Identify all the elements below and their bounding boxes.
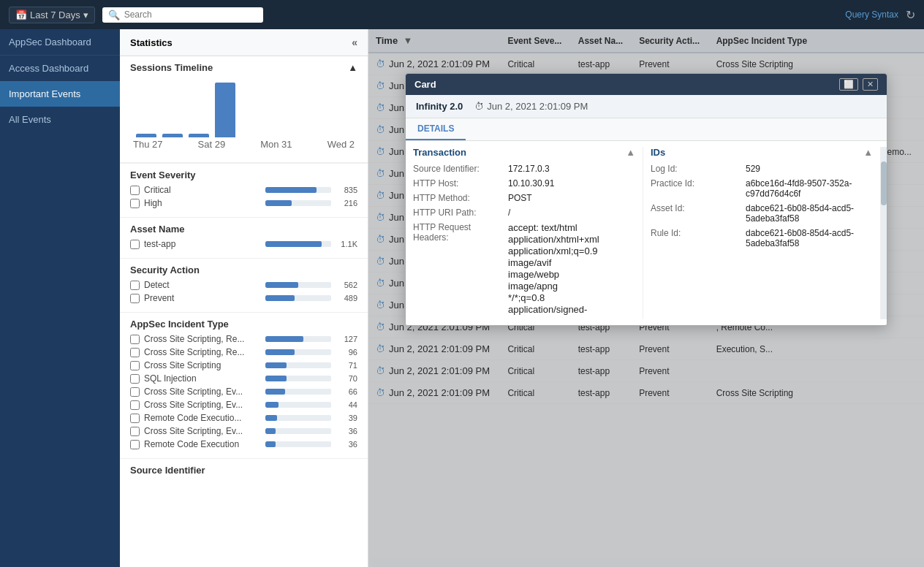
filter-high-checkbox[interactable] <box>130 199 140 208</box>
modal-scrollbar[interactable] <box>881 147 887 319</box>
filter-xss-re2-label: Cross Site Scripting, Re... <box>144 347 261 357</box>
filter-rce2-label: Remote Code Execution <box>144 439 261 449</box>
source-identifier-section: Source Identifier <box>120 458 368 486</box>
ids-collapse-icon[interactable]: ▲ <box>863 147 873 158</box>
stats-title: Statistics <box>130 37 173 48</box>
filter-xss-re1-label: Cross Site Scripting, Re... <box>144 334 261 344</box>
uri-value: / <box>508 208 510 218</box>
filter-xss-re2-checkbox[interactable] <box>130 348 140 357</box>
sidebar-brand: AppSec Dashboard <box>0 29 120 56</box>
method-label: HTTP Method: <box>413 193 508 203</box>
topbar-left: 📅 Last 7 Days ▾ 🔍 <box>9 7 263 23</box>
search-box[interactable]: 🔍 <box>102 7 263 23</box>
filter-high-count: 216 <box>336 199 357 208</box>
modal-title: Card <box>414 79 436 90</box>
filter-rce1-count: 39 <box>336 414 357 422</box>
filter-test-app-checkbox[interactable] <box>130 240 140 249</box>
filter-rce1-checkbox[interactable] <box>130 414 140 423</box>
modal-overlay[interactable]: Card ⬜ ✕ Infinity 2.0 ⏱ Jun 2, 2021 2:01… <box>368 29 924 567</box>
appsec-incident-section: AppSec Incident Type Cross Site Scriptin… <box>120 312 368 458</box>
source-label: Source Identifier: <box>413 164 508 174</box>
sidebar-item-label: Important Events <box>9 88 80 99</box>
date-filter[interactable]: 📅 Last 7 Days ▾ <box>9 7 95 23</box>
sessions-timeline-header[interactable]: Sessions Timeline ▲ <box>120 56 368 79</box>
filter-sqli-checkbox[interactable] <box>130 374 140 384</box>
sidebar-item-access-dashboard[interactable]: Access Dashboard <box>0 56 120 81</box>
filter-xss-ev2-label: Cross Site Scripting, Ev... <box>144 400 261 410</box>
modal-tabs: DETAILS <box>406 118 887 141</box>
practiceid-value: a6bce16d-4fd8-9507-352a-c97dd76d4c6f <box>746 178 873 199</box>
assetid-value: dabce621-6b08-85d4-acd5-5adeba3faf58 <box>746 203 873 224</box>
filter-detect-checkbox[interactable] <box>130 281 140 290</box>
detail-row-assetid: Asset Id: dabce621-6b08-85d4-acd5-5adeba… <box>651 203 873 224</box>
chevron-down-icon: ▾ <box>83 9 88 20</box>
sessions-timeline-content: Thu 27 Sat 29 Mon 31 Wed 2 <box>120 79 368 162</box>
sidebar-item-label: All Events <box>9 114 51 125</box>
event-severity-section: Event Severity Critical 835 High 216 <box>120 163 368 217</box>
search-icon: 🔍 <box>108 9 120 20</box>
filter-xss-ev2-checkbox[interactable] <box>130 400 140 410</box>
filter-rce2-checkbox[interactable] <box>130 440 140 449</box>
filter-row-xss-re2: Cross Site Scripting, Re... 96 <box>130 347 357 357</box>
modal-maximize-button[interactable]: ⬜ <box>839 78 858 91</box>
logid-value: 529 <box>746 164 760 174</box>
filter-xss-re2-count: 96 <box>336 348 357 357</box>
filter-test-app-label: test-app <box>144 239 261 249</box>
modal-titlebar: Card ⬜ ✕ <box>406 74 887 95</box>
modal-two-col: Transaction ▲ Source Identifier: 172.17.… <box>406 141 887 325</box>
card-modal: Card ⬜ ✕ Infinity 2.0 ⏱ Jun 2, 2021 2:01… <box>405 73 887 326</box>
clock-icon: ⏱ <box>474 101 484 112</box>
asset-name-section: Asset Name test-app 1.1K <box>120 217 368 258</box>
query-syntax-link[interactable]: Query Syntax <box>845 9 898 20</box>
modal-header: Infinity 2.0 ⏱ Jun 2, 2021 2:01:09 PM <box>406 95 887 118</box>
filter-xss-ev2-count: 44 <box>336 400 357 409</box>
tab-details[interactable]: DETAILS <box>406 118 466 140</box>
transaction-collapse-icon[interactable]: ▲ <box>626 147 635 158</box>
modal-controls: ⬜ ✕ <box>839 78 878 91</box>
appsec-incident-title: AppSec Incident Type <box>130 319 357 330</box>
modal-product: Infinity 2.0 <box>416 101 463 112</box>
stats-panel: Statistics « Sessions Timeline ▲ <box>120 29 368 567</box>
filter-critical-checkbox[interactable] <box>130 186 140 195</box>
filter-row-xss-ev3: Cross Site Scripting, Ev... 36 <box>130 426 357 436</box>
filter-sqli-label: SQL Injection <box>144 373 261 384</box>
filter-row-test-app: test-app 1.1K <box>130 239 357 249</box>
refresh-button[interactable]: ↻ <box>906 8 915 22</box>
sidebar-item-all-events[interactable]: All Events <box>0 107 120 132</box>
filter-critical-bar-wrap <box>265 187 331 193</box>
filter-critical-label: Critical <box>144 185 261 195</box>
filter-xss-ev3-count: 36 <box>336 427 357 435</box>
chart-bar-thu27 <box>136 134 156 137</box>
filter-detect-count: 562 <box>336 281 357 289</box>
chart-bar-sat29 <box>162 134 183 137</box>
filter-detect-bar-wrap <box>265 282 331 288</box>
sessions-timeline-section: Sessions Timeline ▲ Thu 27 Sat 29 <box>120 56 368 163</box>
collapse-button[interactable]: « <box>352 37 357 48</box>
filter-high-bar-wrap <box>265 200 331 206</box>
filter-critical-bar <box>265 187 317 193</box>
host-value: 10.10.30.91 <box>508 178 554 189</box>
filter-rce2-count: 36 <box>336 440 357 449</box>
asset-name-title: Asset Name <box>130 224 357 235</box>
filter-prevent-checkbox[interactable] <box>130 294 140 303</box>
chart-labels: Thu 27 Sat 29 Mon 31 Wed 2 <box>130 137 357 151</box>
search-input[interactable] <box>124 9 256 20</box>
filter-xss-ev1-checkbox[interactable] <box>130 387 140 397</box>
method-value: POST <box>508 193 532 203</box>
timeline-collapse-icon: ▲ <box>348 62 357 73</box>
filter-xss-checkbox[interactable] <box>130 361 140 370</box>
filter-xss-re1-checkbox[interactable] <box>130 335 140 344</box>
detail-row-logid: Log Id: 529 <box>651 164 873 174</box>
detail-row-method: HTTP Method: POST <box>413 193 635 203</box>
sidebar-item-important-events[interactable]: Important Events <box>0 81 120 107</box>
filter-detect-label: Detect <box>144 280 261 290</box>
filter-test-app-bar-wrap <box>265 241 331 247</box>
filter-row-prevent: Prevent 489 <box>130 293 357 303</box>
filter-critical-count: 835 <box>336 186 357 194</box>
filter-xss-label: Cross Site Scripting <box>144 360 261 370</box>
filter-xss-ev3-checkbox[interactable] <box>130 427 140 436</box>
chart-label-mon31: Mon 31 <box>260 139 292 150</box>
modal-close-button[interactable]: ✕ <box>863 78 878 91</box>
practiceid-label: Practice Id: <box>651 178 746 199</box>
filter-row-critical: Critical 835 <box>130 185 357 195</box>
